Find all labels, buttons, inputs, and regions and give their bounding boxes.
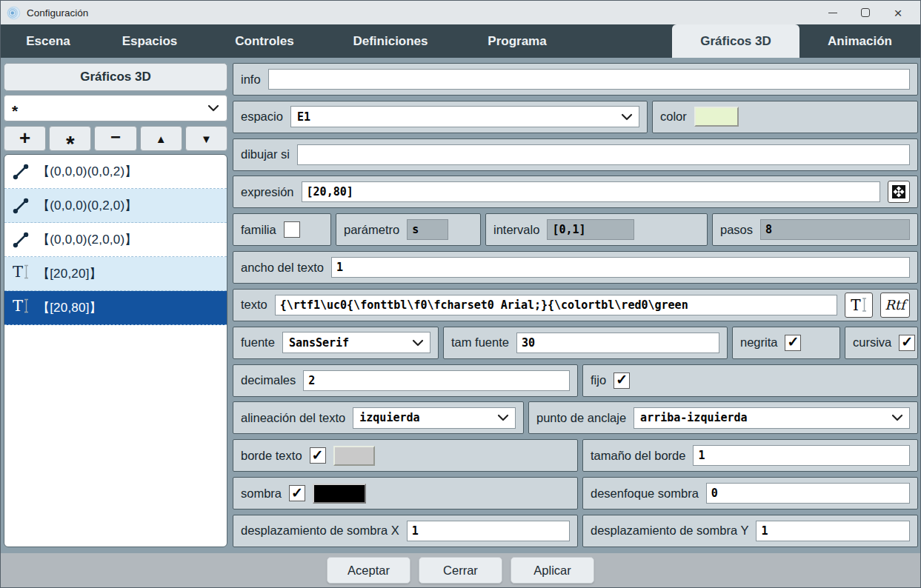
text-icon: T [11,264,30,284]
info-input[interactable] [268,69,910,90]
move-up-button[interactable]: ▲ [140,126,182,151]
graphics-filter-select[interactable]: * [4,95,227,121]
tab-definiciones[interactable]: Definiciones [325,24,456,58]
dibujar-si-panel: dibujar si [233,138,918,171]
anclaje-select[interactable]: arriba-izquierda [634,407,910,429]
sombra-label: sombra [241,487,282,501]
negrita-checkbox[interactable]: ✓ [785,335,801,351]
sombra-checkbox[interactable]: ✓ [289,485,305,501]
segment-icon [11,196,30,216]
tam-fuente-input[interactable] [516,333,719,353]
expand-icon [891,184,906,199]
rtf-icon: Rtf [885,297,905,313]
content-area: Gráficos 3D * +*−▲▼ 【(0,0,0)(0,0,2)】 【(0… [1,58,920,553]
window-title: Configuración [27,7,88,19]
espacio-panel: espacio E1 [233,101,648,133]
list-item[interactable]: 【(0,0,0)(0,2,0)】 [4,189,227,223]
footer-bar: AceptarCerrarAplicar [1,553,920,587]
chevron-down-icon [891,413,903,422]
cursiva-panel: cursiva ✓ [845,327,918,359]
ancho-texto-label: ancho del texto [241,261,324,275]
close-button[interactable]: × [882,1,914,24]
tab-espacios[interactable]: Espacios [96,24,204,58]
expresion-input[interactable] [302,181,880,202]
tamano-borde-input[interactable] [693,445,910,466]
cursiva-checkbox[interactable]: ✓ [899,335,915,351]
decimales-input[interactable] [303,370,570,391]
desp-y-input[interactable] [756,521,910,541]
cerrar-button[interactable]: Cerrar [419,557,502,584]
tab-programa[interactable]: Programa [456,24,579,58]
fuente-select[interactable]: SansSerif [282,332,430,353]
color-panel: color [652,101,918,133]
maximize-icon [861,8,870,17]
info-label: info [241,73,261,87]
list-item[interactable]: T 【[20,80]】 [4,291,227,325]
list-toolbar: +*−▲▼ [4,126,227,151]
tab-escena[interactable]: Escena [1,24,96,58]
tam-fuente-panel: tam fuente [443,327,728,359]
title-bar: Configuración × [1,1,920,24]
decimales-panel: decimales [233,364,578,397]
fuente-label: fuente [241,335,275,350]
list-item[interactable]: T 【[20,20]】 [4,257,227,291]
borde-texto-checkbox[interactable]: ✓ [310,447,326,464]
add-button[interactable]: + [4,126,46,151]
desenfoque-input[interactable] [706,483,910,504]
aceptar-button[interactable]: Aceptar [327,557,410,584]
tam-fuente-label: tam fuente [451,335,509,350]
alineacion-panel: alineación del texto izquierda [233,401,524,434]
tab-animaci-n[interactable]: Animación [799,24,920,58]
expand-editor-button[interactable] [888,181,910,203]
fijo-label: fijo [591,373,606,387]
move-down-button[interactable]: ▼ [185,126,227,151]
pasos-input [760,219,910,240]
tab-controles[interactable]: Controles [204,24,325,58]
texto-input[interactable] [275,295,837,315]
graphics-list: 【(0,0,0)(0,0,2)】 【(0,0,0)(0,2,0)】 【(0,0,… [4,154,227,547]
familia-checkbox[interactable] [284,221,300,238]
ancho-texto-panel: ancho del texto [233,251,918,284]
fijo-checkbox[interactable]: ✓ [614,372,630,389]
dibujar-si-label: dibujar si [241,147,290,161]
window-controls: × [817,1,914,24]
move-up-icon: ▲ [156,133,167,145]
anclaje-label: punto de anclaje [536,411,626,425]
move-down-icon: ▼ [201,133,212,145]
app-logo-icon [7,6,21,20]
list-item[interactable]: 【(0,0,0)(2,0,0)】 [4,223,227,257]
texto-panel: texto T Rtf [233,289,918,321]
add-multiple-button[interactable]: * [49,126,91,151]
desp-x-input[interactable] [407,521,570,541]
list-item[interactable]: 【(0,0,0)(0,0,2)】 [4,155,227,189]
minimize-button[interactable] [817,1,849,24]
decimales-label: decimales [241,373,296,387]
negrita-label: negrita [740,335,777,350]
add-icon: + [19,127,30,150]
ancho-texto-input[interactable] [331,257,910,278]
remove-icon: − [110,127,121,147]
borde-color-swatch[interactable] [333,446,375,466]
desp-y-panel: desplazamiento de sombra Y [582,515,918,547]
desp-x-label: desplazamiento de sombra X [241,524,399,538]
alineacion-label: alineación del texto [241,411,345,425]
alineacion-select[interactable]: izquierda [353,407,516,429]
sombra-color-swatch[interactable] [313,484,366,504]
cursiva-label: cursiva [853,335,891,350]
sidebar-title: Gráficos 3D [4,63,227,91]
tab-gr-ficos-3d[interactable]: Gráficos 3D [672,24,799,58]
aplicar-button[interactable]: Aplicar [511,557,594,584]
intervalo-panel: intervalo [485,213,708,246]
sidebar: Gráficos 3D * +*−▲▼ 【(0,0,0)(0,0,2)】 【(0… [4,63,227,547]
remove-button[interactable]: − [94,126,136,151]
minimize-icon [828,13,837,13]
parametro-panel: parámetro [336,213,481,246]
dibujar-si-input[interactable] [297,144,910,165]
espacio-select[interactable]: E1 [290,106,639,127]
desp-x-panel: desplazamiento de sombra X [233,515,578,547]
maximize-button[interactable] [849,1,882,24]
rtf-editor-button[interactable]: Rtf [880,293,910,318]
plain-text-editor-button[interactable]: T [845,293,873,318]
color-swatch[interactable] [694,107,739,127]
text-cursor-icon: T [851,298,866,313]
